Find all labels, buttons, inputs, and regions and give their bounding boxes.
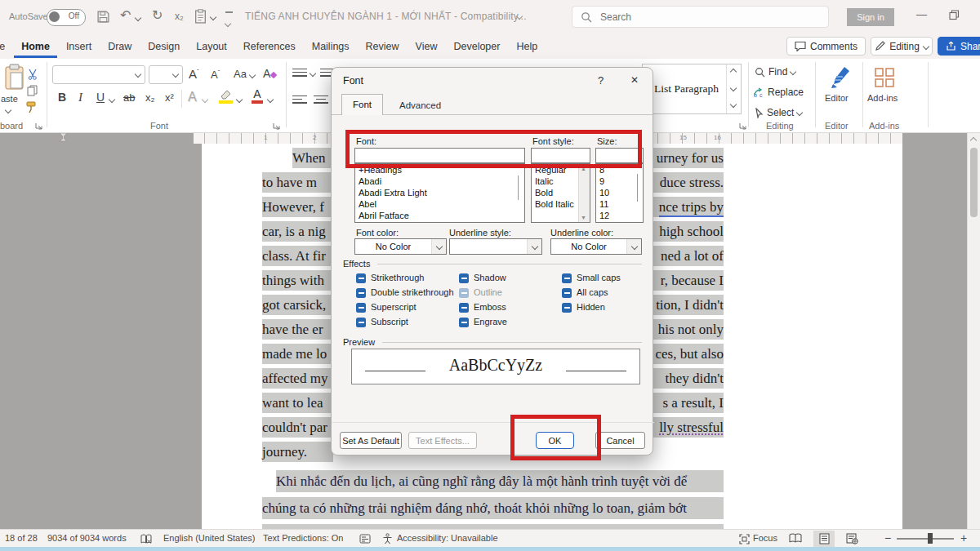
- checkbox-engrave[interactable]: [459, 318, 469, 327]
- underline-style-dropdown-icon[interactable]: [527, 239, 541, 254]
- tab-home[interactable]: Home: [14, 36, 57, 58]
- font-name-list[interactable]: +HeadingsAbadiAbadi Extra LightAbelAbril…: [354, 163, 525, 223]
- tab-design[interactable]: Design: [140, 36, 187, 58]
- dialog-tab-font[interactable]: Font: [341, 94, 383, 115]
- editor-button-label[interactable]: Editor: [825, 93, 849, 103]
- spellcheck-icon[interactable]: [140, 534, 152, 544]
- tab-file[interactable]: File: [0, 36, 12, 58]
- highlight-color-button[interactable]: [219, 90, 233, 104]
- comments-button[interactable]: Comments: [786, 37, 866, 56]
- size-list-item[interactable]: 12: [596, 210, 632, 221]
- focus-mode-button[interactable]: Focus: [753, 533, 777, 543]
- tab-mailings[interactable]: Mailings: [305, 36, 357, 58]
- focus-icon[interactable]: [739, 534, 750, 544]
- font-dialog-launcher[interactable]: [273, 122, 282, 131]
- bold-button[interactable]: B: [58, 91, 66, 104]
- checkbox-small-caps[interactable]: [562, 273, 572, 283]
- clipboard-dialog-launcher[interactable]: [35, 122, 44, 131]
- tab-help[interactable]: Help: [509, 36, 545, 58]
- bullet-list-chevron-icon[interactable]: [310, 70, 316, 77]
- subscript-button[interactable]: x₂: [145, 91, 155, 104]
- zoom-in-button[interactable]: +: [960, 531, 967, 544]
- grow-font-button[interactable]: Aˆ: [189, 67, 199, 81]
- word-count[interactable]: 9034 of 9034 words: [47, 533, 127, 543]
- font-color-dropdown[interactable]: No Color: [354, 238, 447, 255]
- autosave-toggle[interactable]: Off: [47, 9, 86, 26]
- superscript-button[interactable]: x²: [165, 91, 174, 104]
- strikethrough-button[interactable]: ab: [123, 91, 135, 104]
- accessibility-icon[interactable]: [382, 533, 393, 544]
- highlight-chevron-icon[interactable]: [236, 96, 243, 103]
- checkbox-superscript[interactable]: [356, 303, 366, 313]
- search-input[interactable]: [599, 11, 798, 24]
- text-predictions-icon[interactable]: [359, 534, 371, 544]
- style-list-item[interactable]: Bold Italic: [532, 198, 579, 210]
- paste-quick-icon[interactable]: [194, 9, 207, 24]
- styles-gallery[interactable]: List Paragraph: [642, 64, 742, 114]
- restore-button[interactable]: [949, 10, 960, 20]
- text-effects-button[interactable]: A: [188, 90, 197, 104]
- minimize-button[interactable]: —: [916, 8, 927, 20]
- underline-chevron-icon[interactable]: [109, 96, 115, 103]
- style-list-item[interactable]: Italic: [532, 176, 579, 187]
- italic-button[interactable]: I: [78, 91, 82, 104]
- checkbox-all-caps[interactable]: [562, 288, 572, 298]
- checkbox-hidden[interactable]: [562, 303, 572, 313]
- checkbox-emboss[interactable]: [459, 303, 469, 313]
- vertical-scrollbar[interactable]: [967, 133, 980, 529]
- set-as-default-button[interactable]: Set As Default: [340, 432, 402, 449]
- checkbox-strikethrough[interactable]: [356, 273, 366, 283]
- save-icon[interactable]: [96, 10, 110, 24]
- font-style-scrollbar[interactable]: ▲ ▼: [578, 164, 590, 222]
- align-left-button[interactable]: [292, 93, 307, 105]
- font-list-scrollbar[interactable]: [518, 176, 519, 200]
- checkbox-subscript[interactable]: [356, 318, 366, 327]
- paste-quick-chevron-icon[interactable]: [210, 14, 216, 20]
- cancel-button[interactable]: Cancel: [595, 432, 645, 449]
- add-ins-icon[interactable]: [874, 67, 895, 88]
- language-indicator[interactable]: English (United States): [163, 533, 256, 543]
- cut-icon[interactable]: [27, 69, 38, 80]
- copy-icon[interactable]: [27, 85, 38, 96]
- underline-style-dropdown[interactable]: [449, 238, 542, 255]
- tab-references[interactable]: References: [236, 36, 303, 58]
- change-case-button[interactable]: Aa: [234, 68, 255, 80]
- size-list-item[interactable]: 11: [596, 198, 632, 210]
- dialog-help-icon[interactable]: ?: [598, 74, 604, 87]
- zoom-slider-thumb[interactable]: [928, 533, 933, 544]
- dialog-tab-advanced[interactable]: Advanced: [389, 96, 452, 114]
- font-name-combobox[interactable]: [52, 65, 145, 84]
- style-list-paragraph[interactable]: List Paragraph: [654, 82, 719, 96]
- checkbox-double-strikethrough[interactable]: [356, 288, 366, 298]
- editing-mode-button[interactable]: Editing: [871, 37, 933, 56]
- web-layout-icon[interactable]: [846, 533, 858, 544]
- font-color-chevron-icon[interactable]: [267, 96, 274, 103]
- text-effects-chevron-icon[interactable]: [202, 96, 208, 103]
- paste-chevron-icon[interactable]: [5, 107, 11, 113]
- bullet-list-button[interactable]: [292, 66, 307, 78]
- indent-marker-icon[interactable]: [60, 133, 67, 144]
- font-list-item[interactable]: Abril Fatface: [355, 210, 524, 221]
- customize-toolbar-icon[interactable]: [225, 11, 233, 29]
- shrink-font-button[interactable]: Aˇ: [211, 69, 220, 81]
- size-list-item[interactable]: 10: [596, 187, 632, 198]
- tab-view[interactable]: View: [408, 36, 445, 58]
- underline-color-dropdown[interactable]: No Color: [550, 238, 642, 255]
- undo-icon[interactable]: ↶: [120, 7, 131, 23]
- add-ins-button-label[interactable]: Add-ins: [867, 93, 898, 103]
- font-list-item[interactable]: Abadi Extra Light: [355, 187, 524, 198]
- find-button[interactable]: Find: [755, 66, 795, 78]
- paste-label[interactable]: aste: [1, 94, 18, 104]
- zoom-slider-track[interactable]: [897, 538, 954, 540]
- font-size-combobox[interactable]: [149, 65, 183, 84]
- editor-icon[interactable]: [828, 65, 853, 88]
- font-color-button[interactable]: A: [252, 89, 263, 104]
- font-list-item[interactable]: Abadi: [355, 176, 524, 187]
- replace-button[interactable]: bc Replace: [753, 87, 804, 98]
- styles-scroll-buttons[interactable]: [726, 64, 741, 113]
- tab-draw[interactable]: Draw: [100, 36, 139, 58]
- share-button[interactable]: Share: [938, 37, 980, 56]
- align-center-button[interactable]: [314, 93, 328, 105]
- font-list-item[interactable]: Abel: [355, 198, 524, 210]
- subscript-quick-icon[interactable]: x₂: [175, 11, 184, 22]
